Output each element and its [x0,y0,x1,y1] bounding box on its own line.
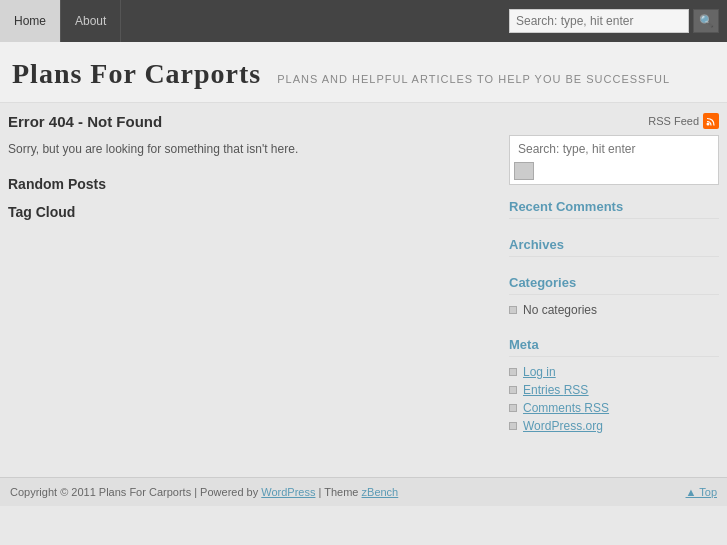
meta-comments-rss-link[interactable]: Comments RSS [523,401,609,415]
nav-links: Home About [0,0,121,42]
meta-item-login: Log in [509,363,719,381]
top-link[interactable]: ▲ Top [686,486,717,498]
sidebar-categories-section: Categories No categories [509,269,719,319]
meta-wordpress-org-link[interactable]: WordPress.org [523,419,603,433]
no-categories-label: No categories [523,303,597,317]
footer-left: Copyright © 2011 Plans For Carports | Po… [10,486,398,498]
rss-icon [703,113,719,129]
bullet-icon [509,404,517,412]
site-tagline: PLANS AND HELPFUL ARTICLES TO HELP YOU B… [277,73,670,85]
categories-title: Categories [509,269,719,295]
nav-search-button[interactable]: 🔍 [693,9,719,33]
sidebar-search-box [509,135,719,185]
main-wrapper: Error 404 - Not Found Sorry, but you are… [0,103,727,457]
content-area: Error 404 - Not Found Sorry, but you are… [8,113,509,232]
meta-title: Meta [509,331,719,357]
sidebar: RSS Feed Recent Comments Archives Categ [509,113,719,447]
footer-theme-link[interactable]: zBench [362,486,399,498]
sidebar-meta-section: Meta Log in Entries RSS Comments RSS Wor… [509,331,719,435]
meta-item-comments-rss: Comments RSS [509,399,719,417]
nav-home-label: Home [14,14,46,28]
nav-about-label: About [75,14,106,28]
sidebar-search-input[interactable] [512,138,716,160]
footer-copyright: Copyright © 2011 Plans For Carports [10,486,191,498]
error-message: Sorry, but you are looking for something… [8,142,493,156]
recent-comments-title: Recent Comments [509,193,719,219]
nav-search-area: 🔍 [509,0,727,42]
bullet-icon [509,386,517,394]
nav-search-input[interactable] [509,9,689,33]
meta-login-link[interactable]: Log in [523,365,556,379]
site-header: Plans For Carports PLANS AND HELPFUL ART… [0,42,727,103]
footer: Copyright © 2011 Plans For Carports | Po… [0,477,727,506]
svg-point-0 [707,123,710,126]
footer-wordpress-link[interactable]: WordPress [261,486,315,498]
sidebar-search-button[interactable] [514,162,534,180]
tag-cloud-heading: Tag Cloud [8,204,493,220]
footer-theme-label: | Theme [319,486,362,498]
nav-item-about[interactable]: About [61,0,121,42]
footer-right: ▲ Top [686,486,717,498]
rss-feed-bar: RSS Feed [509,113,719,129]
sidebar-recent-comments-section: Recent Comments [509,193,719,219]
meta-item-wordpress-org: WordPress.org [509,417,719,435]
bullet-icon [509,306,517,314]
site-title: Plans For Carports [12,58,261,90]
bullet-icon [509,368,517,376]
meta-item-entries-rss: Entries RSS [509,381,719,399]
nav-bar: Home About 🔍 [0,0,727,42]
footer-powered-by: | Powered by [194,486,261,498]
nav-item-home[interactable]: Home [0,0,61,42]
rss-feed-label: RSS Feed [648,115,699,127]
meta-entries-rss-link[interactable]: Entries RSS [523,383,588,397]
random-posts-heading: Random Posts [8,176,493,192]
search-icon: 🔍 [699,14,714,29]
archives-title: Archives [509,231,719,257]
no-categories-row: No categories [509,301,719,319]
sidebar-archives-section: Archives [509,231,719,257]
bullet-icon [509,422,517,430]
error-title: Error 404 - Not Found [8,113,493,130]
